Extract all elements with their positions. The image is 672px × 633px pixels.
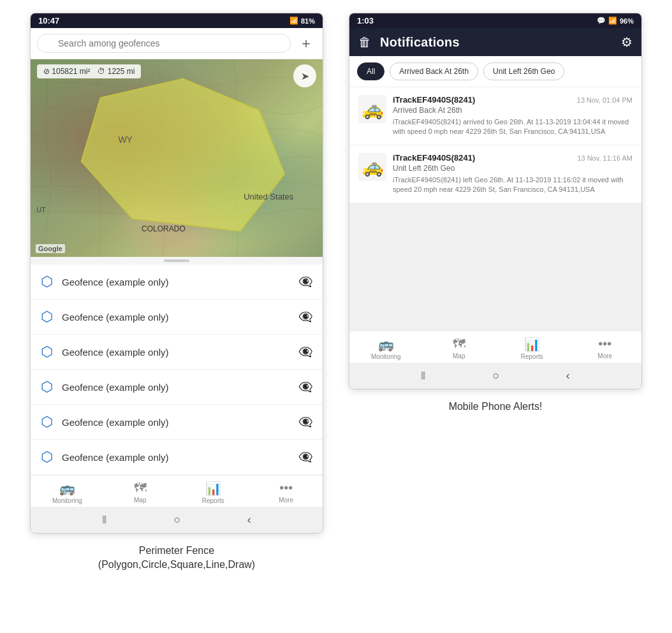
message-icon: 💬 — [597, 17, 606, 25]
geofence-label: Geofence (example only) — [62, 277, 289, 287]
notification-content: iTrackEF4940S(8241) 13 Nov, 01:04 PM Arr… — [393, 95, 632, 137]
nav-map[interactable]: 🗺 Map — [104, 481, 177, 504]
reports-label: Reports — [521, 353, 543, 360]
monitoring-label: Monitoring — [371, 353, 401, 360]
list-item[interactable]: ⬡ Geofence (example only) 👁‍🗨 — [31, 335, 323, 370]
geofence-icon: ⬡ — [41, 449, 53, 465]
right-phone-frame: 1:03 💬 📶 96% 🗑 Notifications ⚙ All Arriv… — [349, 13, 642, 389]
visibility-icon[interactable]: 👁‍🗨 — [298, 310, 312, 324]
list-item[interactable]: ⬡ Geofence (example only) 👁‍🗨 — [31, 405, 323, 440]
search-bar: 🔍 ＋ — [31, 28, 323, 59]
nav-more[interactable]: ••• More — [250, 481, 323, 504]
geofence-list: ⬡ Geofence (example only) 👁‍🗨 ⬡ Geofence… — [31, 265, 323, 475]
scroll-bar — [164, 259, 189, 262]
notification-item[interactable]: 🚕 iTrackEF4940S(8241) 13 Nov, 11:16 AM U… — [349, 145, 641, 203]
settings-icon[interactable]: ⚙ — [621, 34, 632, 50]
wifi-icon: 📶 — [608, 17, 617, 25]
filter-arrived[interactable]: Arrived Back At 26th — [390, 62, 478, 80]
nav-reports[interactable]: 📊 Reports — [495, 337, 569, 360]
notification-desc: iTrackEF4940S(8241) arrived to Geo 26th.… — [393, 117, 632, 137]
map-label: Map — [453, 353, 465, 360]
notification-item[interactable]: 🚕 iTrackEF4940S(8241) 13 Nov, 01:04 PM A… — [349, 87, 641, 145]
scroll-handle — [31, 257, 323, 265]
android-recent-btn[interactable]: ⦀ — [421, 369, 426, 382]
map-label-colorado: COLORADO — [142, 224, 186, 233]
left-caption: Perimeter Fence(Polygon,Circle,Square,Li… — [98, 544, 255, 572]
visibility-icon[interactable]: 👁‍🗨 — [298, 275, 312, 289]
more-icon: ••• — [598, 337, 611, 351]
geofence-label: Geofence (example only) — [62, 452, 289, 463]
geofence-icon: ⬡ — [41, 344, 53, 360]
notifications-title: Notifications — [380, 35, 612, 50]
geofence-icon: ⬡ — [41, 379, 53, 395]
add-geofence-button[interactable]: ＋ — [296, 33, 316, 54]
filter-all[interactable]: All — [357, 62, 384, 80]
list-item[interactable]: ⬡ Geofence (example only) 👁‍🗨 — [31, 265, 323, 300]
map-label-wy: WY — [118, 135, 133, 145]
empty-area — [349, 203, 641, 331]
more-label: More — [279, 497, 293, 504]
right-status-icons: 💬 📶 96% — [597, 17, 634, 25]
monitoring-label: Monitoring — [52, 497, 82, 504]
car-avatar: 🚕 — [358, 153, 386, 181]
map-label: Map — [134, 497, 146, 504]
compass-button[interactable]: ➤ — [293, 64, 316, 87]
notification-event: Arrived Back At 26th — [393, 106, 632, 115]
map-label-us: United States — [244, 192, 293, 201]
nav-more[interactable]: ••• More — [569, 337, 642, 360]
android-recent-btn[interactable]: ⦀ — [102, 513, 107, 527]
notification-event: Unit Left 26th Geo — [393, 164, 632, 173]
android-home-btn[interactable]: ○ — [174, 513, 181, 527]
left-screen-wrapper: 10:47 📶 81% 🔍 ＋ — [30, 13, 323, 572]
search-wrapper[interactable]: 🔍 — [37, 34, 291, 53]
notification-time: 13 Nov, 01:04 PM — [577, 96, 632, 104]
car-avatar: 🚕 — [358, 95, 386, 123]
visibility-icon[interactable]: 👁‍🗨 — [298, 415, 312, 429]
android-back-btn[interactable]: ‹ — [566, 369, 570, 382]
battery-text: 81% — [301, 17, 315, 25]
android-home-btn[interactable]: ○ — [493, 369, 500, 382]
nav-map[interactable]: 🗺 Map — [423, 337, 496, 360]
notifications-header: 🗑 Notifications ⚙ — [349, 28, 641, 56]
filter-tabs: All Arrived Back At 26th Unit Left 26th … — [349, 56, 641, 87]
map-label-ut: UT — [36, 206, 46, 214]
notification-list: 🚕 iTrackEF4940S(8241) 13 Nov, 01:04 PM A… — [349, 87, 641, 203]
left-status-bar: 10:47 📶 81% — [31, 13, 323, 28]
left-android-nav: ⦀ ○ ‹ — [31, 507, 323, 533]
device-name: iTrackEF4940S(8241) — [393, 95, 475, 105]
list-item[interactable]: ⬡ Geofence (example only) 👁‍🗨 — [31, 370, 323, 405]
geofence-label: Geofence (example only) — [62, 417, 289, 428]
more-icon: ••• — [279, 481, 293, 495]
filter-left[interactable]: Unit Left 26th Geo — [483, 62, 564, 80]
geofence-icon: ⬡ — [41, 414, 53, 430]
left-status-icons: 📶 81% — [289, 17, 315, 25]
geofence-label: Geofence (example only) — [62, 347, 289, 358]
visibility-icon[interactable]: 👁‍🗨 — [298, 380, 312, 394]
notification-desc: iTrackEF4940S(8241) left Geo 26th. At 11… — [393, 175, 632, 195]
google-logo: Google — [36, 244, 65, 253]
search-input[interactable] — [37, 34, 291, 53]
visibility-icon[interactable]: 👁‍🗨 — [298, 345, 312, 359]
nav-reports[interactable]: 📊 Reports — [177, 481, 250, 504]
android-back-btn[interactable]: ‹ — [247, 513, 251, 527]
reports-label: Reports — [202, 497, 224, 504]
list-item[interactable]: ⬡ Geofence (example only) 👁‍🗨 — [31, 440, 323, 475]
left-phone-frame: 10:47 📶 81% 🔍 ＋ — [30, 13, 323, 534]
map-area[interactable]: ⊘ 105821 mi² ⏱ 1225 mi ➤ WY United State… — [31, 59, 323, 257]
nav-monitoring[interactable]: 🚌 Monitoring — [31, 481, 104, 504]
delete-icon[interactable]: 🗑 — [358, 35, 371, 50]
geofence-icon: ⬡ — [41, 273, 53, 290]
map-area-stat: ⊘ 105821 mi² — [43, 67, 90, 76]
list-item[interactable]: ⬡ Geofence (example only) 👁‍🗨 — [31, 300, 323, 335]
right-status-bar: 1:03 💬 📶 96% — [349, 13, 641, 28]
nav-monitoring[interactable]: 🚌 Monitoring — [349, 337, 423, 360]
map-stats: ⊘ 105821 mi² ⏱ 1225 mi — [37, 64, 141, 78]
notification-top-row: iTrackEF4940S(8241) 13 Nov, 11:16 AM — [393, 153, 632, 163]
geofence-label: Geofence (example only) — [62, 312, 289, 323]
geofence-icon: ⬡ — [41, 309, 53, 325]
visibility-icon[interactable]: 👁‍🗨 — [298, 450, 312, 464]
map-icon: 🗺 — [134, 481, 147, 495]
right-screen-wrapper: 1:03 💬 📶 96% 🗑 Notifications ⚙ All Arriv… — [349, 13, 642, 414]
right-caption: Mobile Phone Alerts! — [449, 400, 543, 414]
notification-time: 13 Nov, 11:16 AM — [577, 154, 632, 162]
